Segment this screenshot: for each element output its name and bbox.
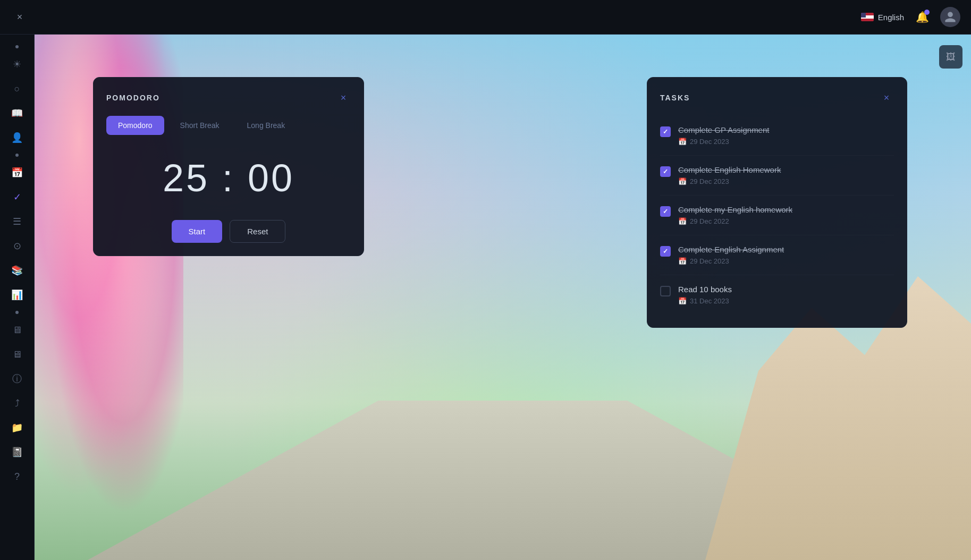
sidebar-item-info[interactable]: ⓘ [6, 368, 28, 389]
tab-long-break[interactable]: Long Break [235, 116, 297, 135]
task-date-text-0: 29 Dec 2023 [690, 138, 729, 146]
task-title-0: Complete GP Assignment [678, 125, 894, 134]
notebook-icon: 📓 [11, 446, 23, 458]
circle-icon: ○ [14, 83, 20, 95]
task-content-4: Read 10 books📅31 Dec 2023 [678, 285, 894, 305]
task-date-text-1: 29 Dec 2023 [690, 177, 729, 185]
reset-button[interactable]: Reset [230, 220, 285, 243]
list-icon: ☰ [13, 216, 21, 227]
chart-icon: 📊 [11, 289, 23, 301]
timer-display: 25 : 00 [106, 151, 351, 205]
task-checkbox-2[interactable] [660, 206, 671, 217]
task-checkbox-0[interactable] [660, 126, 671, 137]
wallpaper-icon: 🖼 [946, 52, 956, 63]
sidebar-item-person[interactable]: 👤 [6, 127, 28, 148]
sidebar-item-help[interactable]: ? [6, 466, 28, 487]
task-item: Complete GP Assignment📅29 Dec 2023 [660, 116, 894, 156]
pomodoro-header: POMODORO × [106, 90, 351, 105]
sidebar-dot-3 [15, 311, 19, 314]
task-date-3: 📅29 Dec 2023 [678, 257, 894, 265]
task-date-text-4: 31 Dec 2023 [690, 297, 729, 305]
pomodoro-panel: POMODORO × Pomodoro Short Break Long Bre… [93, 77, 364, 256]
sidebar-item-list[interactable]: ☰ [6, 211, 28, 232]
person-icon: 👤 [11, 132, 23, 143]
sidebar: ☀ ○ 📖 👤 📅 ✓ ☰ ⊙ 📚 📊 🖥 🖥 ⓘ ⤴ 📁 📓 [0, 35, 35, 560]
topbar-left: × [11, 8, 29, 26]
task-content-0: Complete GP Assignment📅29 Dec 2023 [678, 125, 894, 146]
task-item: Complete English Homework📅29 Dec 2023 [660, 156, 894, 196]
monitor2-icon: 🖥 [12, 349, 22, 360]
sidebar-item-target[interactable]: ⊙ [6, 235, 28, 257]
calendar-icon-1: 📅 [678, 177, 687, 185]
task-title-4: Read 10 books [678, 285, 894, 294]
app-close-button[interactable]: × [11, 8, 29, 26]
pomodoro-close-button[interactable]: × [336, 90, 351, 105]
calendar-icon: 📅 [11, 167, 23, 179]
calendar-icon-2: 📅 [678, 217, 687, 225]
language-selector[interactable]: English [861, 13, 904, 22]
task-date-0: 📅29 Dec 2023 [678, 138, 894, 146]
wallpaper-button[interactable]: 🖼 [939, 45, 962, 69]
close-x-icon-2: × [884, 92, 890, 104]
sidebar-item-monitor2[interactable]: 🖥 [6, 344, 28, 365]
target-icon: ⊙ [13, 240, 21, 252]
calendar-icon-3: 📅 [678, 257, 687, 265]
sidebar-item-sun[interactable]: ☀ [6, 54, 28, 75]
calendar-icon-4: 📅 [678, 297, 687, 305]
timer-tabs: Pomodoro Short Break Long Break [106, 116, 351, 135]
avatar[interactable] [940, 7, 960, 27]
flag-icon [861, 13, 874, 21]
language-label: English [878, 13, 904, 22]
tab-pomodoro[interactable]: Pomodoro [106, 116, 164, 135]
sidebar-dot-2 [15, 154, 19, 157]
tab-short-break[interactable]: Short Break [168, 116, 231, 135]
task-date-4: 📅31 Dec 2023 [678, 297, 894, 305]
monitor-icon: 🖥 [12, 325, 22, 336]
avatar-icon [944, 11, 957, 23]
sidebar-item-calendar[interactable]: 📅 [6, 162, 28, 183]
task-content-2: Complete my English homework📅29 Dec 2022 [678, 205, 894, 225]
sidebar-item-book[interactable]: 📖 [6, 103, 28, 124]
task-date-text-3: 29 Dec 2023 [690, 257, 729, 265]
sidebar-item-notebook[interactable]: 📓 [6, 442, 28, 463]
book-icon: 📖 [11, 107, 23, 119]
task-date-text-2: 29 Dec 2022 [690, 217, 729, 225]
task-checkbox-1[interactable] [660, 166, 671, 177]
folder-icon: 📁 [11, 422, 23, 434]
tasks-header: TASKS × [660, 90, 894, 105]
tasks-title: TASKS [660, 94, 690, 102]
sidebar-item-circle[interactable]: ○ [6, 78, 28, 99]
sidebar-item-folder[interactable]: 📁 [6, 417, 28, 438]
task-title-3: Complete English Assignment [678, 245, 894, 254]
check-icon: ✓ [13, 191, 21, 203]
sun-icon: ☀ [13, 58, 21, 70]
task-checkbox-4[interactable] [660, 286, 671, 296]
task-content-3: Complete English Assignment📅29 Dec 2023 [678, 245, 894, 265]
sidebar-item-book2[interactable]: 📚 [6, 260, 28, 281]
tasks-close-button[interactable]: × [879, 90, 894, 105]
notification-button[interactable]: 🔔 [913, 7, 932, 27]
task-item: Read 10 books📅31 Dec 2023 [660, 275, 894, 315]
pomodoro-title: POMODORO [106, 94, 160, 102]
notification-dot [924, 10, 930, 15]
task-checkbox-3[interactable] [660, 246, 671, 257]
share-icon: ⤴ [15, 398, 20, 409]
topbar: × English 🔔 [0, 0, 971, 35]
close-x-icon: × [341, 92, 347, 104]
book2-icon: 📚 [11, 265, 23, 276]
sidebar-item-share[interactable]: ⤴ [6, 393, 28, 414]
timer-buttons: Start Reset [106, 220, 351, 243]
start-button[interactable]: Start [172, 220, 223, 243]
help-icon: ? [14, 471, 20, 482]
sidebar-item-chart[interactable]: 📊 [6, 284, 28, 306]
task-date-2: 📅29 Dec 2022 [678, 217, 894, 225]
main-content: 🖼 POMODORO × Pomodoro Short Break Long B… [35, 35, 971, 560]
close-icon: × [17, 12, 23, 23]
sidebar-item-monitor[interactable]: 🖥 [6, 319, 28, 341]
task-content-1: Complete English Homework📅29 Dec 2023 [678, 165, 894, 185]
task-item: Complete English Assignment📅29 Dec 2023 [660, 235, 894, 275]
sidebar-item-check[interactable]: ✓ [6, 186, 28, 208]
topbar-right: English 🔔 [861, 7, 960, 27]
task-title-2: Complete my English homework [678, 205, 894, 214]
task-item: Complete my English homework📅29 Dec 2022 [660, 196, 894, 235]
